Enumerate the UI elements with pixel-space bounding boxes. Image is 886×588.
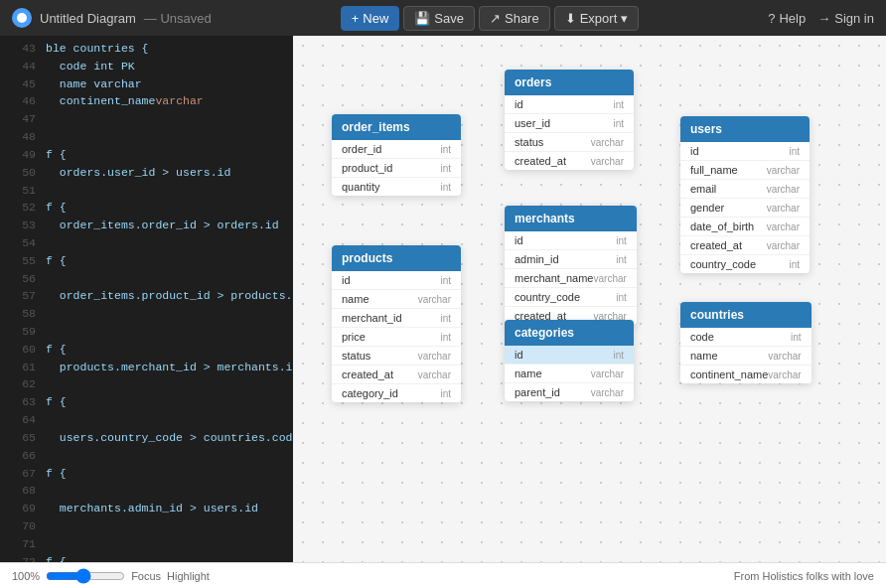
table-row[interactable]: namevarchar — [505, 365, 634, 383]
table-order_items[interactable]: order_itemsorder_idintproduct_idintquant… — [332, 114, 461, 196]
column-type: int — [440, 163, 451, 174]
table-row[interactable]: continent_namevarchar — [680, 366, 812, 383]
unsaved-indicator: — Unsaved — [144, 11, 212, 26]
plus-icon: + — [352, 11, 360, 26]
table-row[interactable]: date_of_birthvarchar — [680, 218, 810, 236]
signin-button[interactable]: → Sign in — [817, 11, 874, 26]
line-number: 62 — [8, 375, 36, 393]
table-categories[interactable]: categoriesidintnamevarcharparent_idvarch… — [505, 320, 634, 401]
column-name: admin_id — [515, 253, 559, 265]
table-row[interactable]: gendervarchar — [680, 199, 810, 218]
line-number: 59 — [8, 323, 36, 341]
table-row[interactable]: idint — [505, 231, 637, 250]
column-name: category_id — [342, 387, 398, 399]
line-content: f { — [46, 146, 67, 164]
column-type: int — [440, 313, 451, 324]
line-content: users.country_code > countries.code — [46, 429, 293, 447]
table-body: order_idintproduct_idintquantityint — [332, 140, 461, 196]
column-type: varchar — [591, 156, 624, 167]
table-orders[interactable]: ordersidintuser_idintstatusvarcharcreate… — [505, 70, 634, 170]
line-number: 72 — [8, 553, 36, 562]
column-name: email — [690, 183, 716, 195]
line-number: 44 — [8, 58, 36, 75]
help-button[interactable]: ? Help — [768, 11, 806, 26]
toolbar: Untitled Diagram — Unsaved + New 💾 Save … — [0, 0, 886, 36]
line-number: 48 — [8, 128, 36, 146]
table-row[interactable]: parent_idvarchar — [505, 383, 634, 401]
table-header: countries — [680, 302, 812, 328]
table-row[interactable]: merchant_idint — [332, 309, 461, 328]
column-type: varchar — [767, 203, 800, 214]
table-row[interactable]: idint — [505, 95, 634, 114]
table-row[interactable]: created_atvarchar — [505, 152, 634, 170]
save-button[interactable]: 💾 Save — [403, 6, 475, 31]
line-content: products.merchant_id > merchants.id — [46, 359, 293, 376]
zoom-level: 100% — [12, 570, 40, 582]
new-button[interactable]: + New — [341, 6, 400, 31]
table-header: users — [680, 116, 810, 142]
signin-icon: → — [817, 11, 830, 26]
table-body: idintadmin_idintmerchant_namevarcharcoun… — [505, 231, 637, 325]
table-row[interactable]: full_namevarchar — [680, 161, 810, 180]
column-type: int — [613, 118, 624, 129]
table-body: idintnamevarcharmerchant_idintpriceintst… — [332, 271, 461, 402]
table-row[interactable]: quantityint — [332, 178, 461, 196]
column-type: varchar — [594, 273, 627, 284]
table-header: merchants — [505, 206, 637, 231]
share-button[interactable]: ↗ Share — [479, 6, 550, 31]
line-number: 61 — [8, 359, 36, 376]
line-number: 65 — [8, 429, 36, 447]
line-number: 45 — [8, 75, 36, 93]
table-row[interactable]: admin_idint — [505, 250, 637, 269]
code-line: 67f { — [0, 465, 293, 483]
table-products[interactable]: productsidintnamevarcharmerchant_idintpr… — [332, 245, 461, 402]
table-row[interactable]: category_idint — [332, 384, 461, 402]
table-body: codeintnamevarcharcontinent_namevarchar — [680, 328, 812, 383]
table-row[interactable]: user_idint — [505, 114, 634, 133]
focus-button[interactable]: Focus — [131, 570, 161, 582]
table-row[interactable]: statusvarchar — [505, 133, 634, 152]
line-content: continent_namevarchar — [46, 92, 204, 110]
line-content: f { — [46, 393, 67, 411]
code-line: 69 merchants.admin_id > users.id — [0, 500, 293, 517]
table-row[interactable]: idint — [332, 271, 461, 290]
table-row[interactable]: idint — [505, 346, 634, 365]
table-row[interactable]: country_codeint — [505, 288, 637, 307]
line-number: 49 — [8, 146, 36, 164]
zoom-slider[interactable] — [46, 568, 125, 584]
table-users[interactable]: usersidintfull_namevarcharemailvarcharge… — [680, 116, 810, 273]
column-name: id — [690, 145, 699, 157]
code-line: 49f { — [0, 146, 293, 164]
table-row[interactable]: product_idint — [332, 159, 461, 178]
table-row[interactable]: statusvarchar — [332, 347, 461, 366]
app-logo — [12, 8, 32, 28]
column-name: name — [515, 368, 542, 379]
table-row[interactable]: codeint — [680, 328, 812, 347]
export-button[interactable]: ⬇ Export ▾ — [554, 6, 640, 31]
table-row[interactable]: namevarchar — [332, 290, 461, 309]
table-merchants[interactable]: merchantsidintadmin_idintmerchant_nameva… — [505, 206, 637, 325]
highlight-button[interactable]: Highlight — [167, 570, 210, 582]
code-line: 50 orders.user_id > users.id — [0, 164, 293, 182]
canvas-panel[interactable]: ordersidintuser_idintstatusvarcharcreate… — [293, 36, 886, 562]
column-name: country_code — [515, 291, 580, 303]
column-name: product_id — [342, 162, 392, 174]
code-line: 68 — [0, 482, 293, 500]
code-panel[interactable]: 43ble countries {44 code int PK45 name v… — [0, 36, 293, 562]
line-content: f { — [46, 252, 67, 270]
table-row[interactable]: created_atvarchar — [332, 366, 461, 384]
table-row[interactable]: emailvarchar — [680, 180, 810, 199]
table-row[interactable]: order_idint — [332, 140, 461, 159]
table-row[interactable]: priceint — [332, 328, 461, 347]
line-content: f { — [46, 465, 67, 483]
code-line: 60f { — [0, 341, 293, 359]
table-row[interactable]: created_atvarchar — [680, 236, 810, 255]
line-number: 71 — [8, 535, 36, 553]
line-number: 68 — [8, 482, 36, 500]
table-countries[interactable]: countriescodeintnamevarcharcontinent_nam… — [680, 302, 812, 383]
table-row[interactable]: country_codeint — [680, 255, 810, 273]
table-body: idintfull_namevarcharemailvarchargenderv… — [680, 142, 810, 273]
table-row[interactable]: idint — [680, 142, 810, 161]
table-row[interactable]: merchant_namevarchar — [505, 269, 637, 288]
table-row[interactable]: namevarchar — [680, 347, 812, 366]
